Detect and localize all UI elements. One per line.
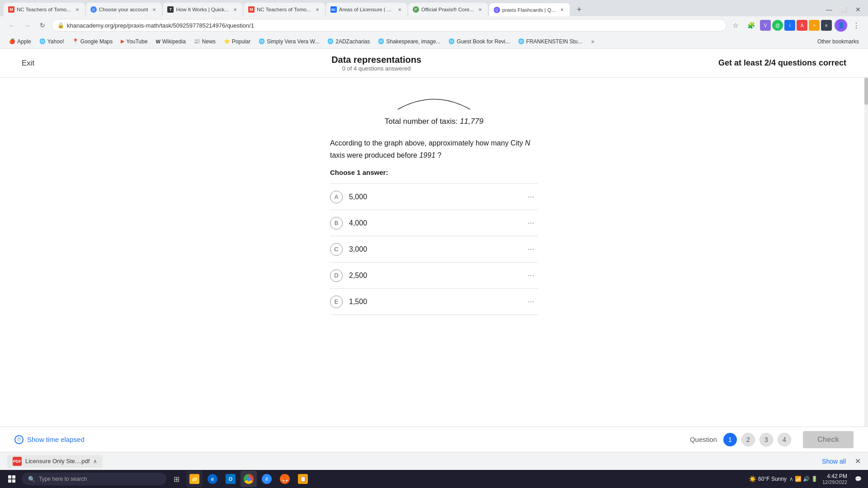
option-d-value: 2,500 [349, 272, 367, 280]
taskbar-app-firefox[interactable]: 🦊 [277, 471, 293, 487]
chevron-up-icon[interactable]: ∧ [789, 476, 793, 482]
tab-5[interactable]: NC Areas of Licensure | N... ✕ [326, 3, 407, 16]
ext-icon-6[interactable]: ≡ [821, 20, 832, 31]
scrollbar-thumb[interactable] [864, 78, 868, 105]
show-all-button[interactable]: Show all [822, 458, 846, 465]
tab-7-active[interactable]: Q praxis Flashcards | Q... ✕ [489, 3, 570, 16]
extensions-button[interactable]: 🧩 [745, 19, 757, 32]
tab-3[interactable]: T How It Works | Quick... ✕ [163, 3, 243, 16]
option-d-more[interactable]: ··· [524, 269, 538, 282]
tab-5-title: Areas of Licensure | N... [339, 7, 393, 12]
new-tab-button[interactable]: + [573, 3, 585, 16]
question-part1: According to the graph above, approximat… [330, 139, 523, 147]
download-chevron-icon[interactable]: ∧ [93, 458, 97, 465]
minimize-button[interactable]: — [823, 3, 835, 16]
bookmark-apple[interactable]: 🍎 Apple [5, 38, 35, 46]
more-bookmarks-btn[interactable]: » [589, 38, 597, 46]
taskbar-app-edge[interactable]: e [204, 471, 221, 487]
time-display: 4:42 PM [822, 473, 847, 479]
bookmark-shakespeare[interactable]: 🌐 Shakespeare, image... [374, 38, 444, 46]
vera-label: Simply Vera Vera W... [267, 38, 319, 45]
option-e-circle: E [330, 296, 343, 308]
bookmark-guestbook[interactable]: 🌐 Guest Book for Revi... [445, 38, 513, 46]
other-bookmarks[interactable]: Other bookmarks [814, 38, 863, 46]
notification-button[interactable]: 💬 [852, 473, 864, 485]
bookmark-news[interactable]: 📰 News [190, 38, 219, 46]
close-download-bar[interactable]: ✕ [855, 457, 861, 465]
option-e-more[interactable]: ··· [524, 295, 538, 308]
taskbar-app-outlook[interactable]: O [222, 471, 239, 487]
tab-3-close[interactable]: ✕ [232, 6, 238, 13]
question-4[interactable]: 4 [778, 433, 791, 446]
taskbar-app-explorer[interactable]: 📁 [186, 471, 203, 487]
guest-label: Guest Book for Revi... [457, 38, 509, 45]
taskbar-search[interactable]: 🔍 Type here to search [22, 473, 166, 485]
show-time-elapsed[interactable]: ⏱ Show time elapsed [14, 435, 85, 444]
ext-icon-4[interactable]: A [797, 20, 807, 31]
option-c[interactable]: C 3,000 ··· [330, 236, 538, 263]
close-browser-button[interactable]: ✕ [852, 3, 864, 16]
taskbar-app-zoom[interactable]: Z [259, 471, 275, 487]
download-item[interactable]: PDF Licensure Only Ste....pdf ∧ [7, 455, 103, 468]
svg-rect-3 [12, 479, 15, 483]
ext-icon-5[interactable]: + [809, 20, 820, 31]
address-bar[interactable]: 🔒 khanacademy.org/prep/praxis-math/task/… [52, 19, 726, 32]
tab-1-close[interactable]: ✕ [74, 6, 80, 13]
taskbar-app-chrome[interactable] [241, 471, 257, 487]
check-button[interactable]: Check [803, 431, 854, 448]
speaker-icon[interactable]: 🔊 [803, 476, 810, 482]
tab-6-close[interactable]: ✕ [477, 6, 483, 13]
question-2[interactable]: 2 [741, 433, 755, 446]
back-button[interactable]: ← [5, 19, 18, 32]
weather-widget[interactable]: ☀️ 60°F Sunny [749, 475, 787, 483]
ext-icon-3[interactable]: i [784, 20, 795, 31]
question-nav-label: Question [690, 436, 717, 443]
option-b-value: 4,000 [349, 219, 367, 227]
scrollbar-track[interactable] [864, 78, 868, 427]
tab-2-title: Choose your account [99, 7, 148, 12]
tab-6[interactable]: P Official Praxis® Core... ✕ [408, 3, 488, 16]
network-icon[interactable]: 📶 [795, 476, 802, 482]
forward-button[interactable]: → [21, 19, 33, 32]
tab-7-close[interactable]: ✕ [559, 7, 565, 13]
bookmark-wikipedia[interactable]: W Wikipedia [152, 38, 189, 46]
question-3[interactable]: 3 [760, 433, 773, 446]
tab-2-close[interactable]: ✕ [151, 6, 157, 13]
bookmark-youtube[interactable]: ▶ YouTube [117, 38, 151, 46]
start-button[interactable] [4, 471, 20, 487]
restore-button[interactable]: ⬜ [837, 3, 850, 16]
bookmark-vera[interactable]: 🌐 Simply Vera Vera W... [255, 38, 323, 46]
ext-icon-1[interactable]: V [760, 20, 771, 31]
tab-1[interactable]: M NC Teachers of Tomo... ✕ [4, 3, 85, 16]
bookmark-maps[interactable]: 📍 Google Maps [69, 38, 116, 46]
tab-5-close[interactable]: ✕ [396, 6, 403, 13]
task-view-button[interactable]: ⊞ [168, 471, 184, 487]
bookmark-2adz[interactable]: 🌐 2ADZacharias [324, 38, 373, 46]
option-b-more[interactable]: ··· [524, 216, 538, 230]
question-1[interactable]: 1 [723, 433, 737, 446]
battery-icon[interactable]: 🔋 [811, 476, 818, 482]
bookmark-frank[interactable]: 🌐 FRANKENSTEIN Stu... [514, 38, 586, 46]
taskbar-app-planner[interactable]: 📋 [295, 471, 311, 487]
bookmark-star[interactable]: ☆ [729, 19, 742, 32]
user-avatar[interactable]: 👤 [835, 19, 847, 32]
ext-icon-2[interactable]: @ [772, 20, 783, 31]
option-d[interactable]: D 2,500 ··· [330, 263, 538, 289]
date-display: 12/29/2022 [822, 479, 847, 485]
option-e[interactable]: E 1,500 ··· [330, 289, 538, 315]
bookmark-popular[interactable]: ⭐ Popular [220, 38, 254, 46]
exit-button[interactable]: Exit [22, 59, 34, 68]
option-a-more[interactable]: ··· [524, 190, 538, 203]
menu-button[interactable]: ⋮ [850, 19, 863, 32]
clock-block[interactable]: 4:42 PM 12/29/2022 [821, 473, 849, 485]
option-a[interactable]: A 5,000 ··· [330, 184, 538, 210]
choose-label: Choose 1 answer: [330, 169, 538, 176]
bookmark-yahoo[interactable]: 🌐 Yahoo! [36, 38, 68, 46]
tab-4-close[interactable]: ✕ [314, 6, 321, 13]
option-c-more[interactable]: ··· [524, 243, 538, 256]
reload-button[interactable]: ↻ [36, 19, 49, 32]
tab-4[interactable]: M NC Teachers of Tomo... ✕ [244, 3, 325, 16]
option-b[interactable]: B 4,000 ··· [330, 210, 538, 236]
bookmarks-bar: 🍎 Apple 🌐 Yahoo! 📍 Google Maps ▶ YouTube… [0, 34, 868, 49]
tab-2[interactable]: G Choose your account ✕ [86, 3, 162, 16]
